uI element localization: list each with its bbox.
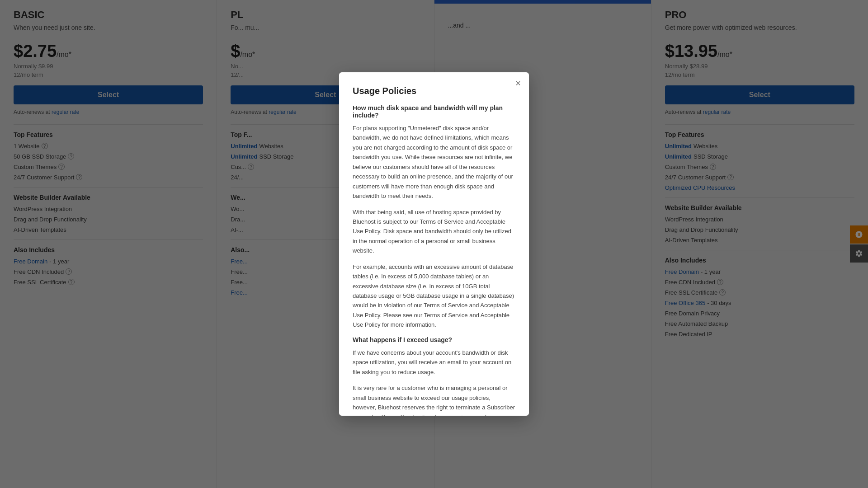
modal-paragraph-5: It is very rare for a customer who is ma… [353,383,515,416]
modal-question-2: What happens if I exceed usage? [353,336,515,343]
modal-paragraph-3: For example, accounts with an excessive … [353,262,515,330]
modal-close-button[interactable]: × [515,79,521,88]
modal-question-1: How much disk space and bandwidth will m… [353,104,515,119]
modal-title: Usage Policies [353,86,515,96]
modal-overlay: × Usage Policies How much disk space and… [0,0,868,488]
modal-paragraph-4: If we have concerns about your account's… [353,348,515,377]
usage-policies-modal: × Usage Policies How much disk space and… [339,72,529,416]
modal-paragraph-2: With that being said, all use of hosting… [353,207,515,256]
modal-paragraph-1: For plans supporting "Unmetered" disk sp… [353,123,515,201]
